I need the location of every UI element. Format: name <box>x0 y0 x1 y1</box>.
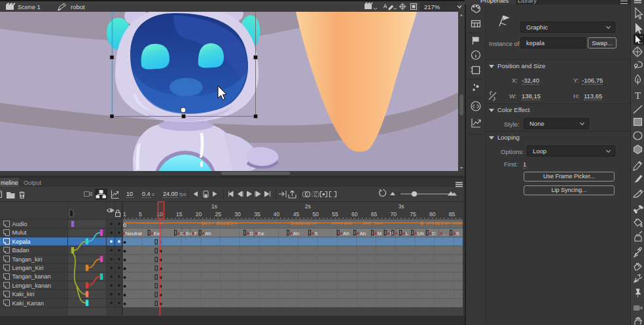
svg-text:217%: 217% <box>424 3 440 10</box>
svg-text:24.00 fps: 24.00 fps <box>163 191 187 197</box>
svg-text:L: L <box>406 231 409 237</box>
svg-text:Badan: Badan <box>12 247 29 254</box>
svg-text:Kaki_kiri: Kaki_kiri <box>12 291 35 297</box>
svg-text:40: 40 <box>274 211 280 218</box>
svg-text:0.4 s: 0.4 s <box>142 191 154 197</box>
svg-text:T: T <box>635 90 641 101</box>
svg-text:65: 65 <box>371 211 378 218</box>
svg-text:Neutral: Neutral <box>126 231 142 237</box>
svg-text:Scene 1: Scene 1 <box>18 3 41 10</box>
svg-text:10: 10 <box>126 191 133 197</box>
svg-text:5: 5 <box>139 211 142 218</box>
svg-text:3s: 3s <box>399 203 404 210</box>
svg-text:Ee: Ee <box>258 231 264 237</box>
svg-text:S: S <box>456 231 459 237</box>
svg-text:60: 60 <box>351 211 358 218</box>
svg-text:1: 1 <box>123 211 126 218</box>
svg-text:F: F <box>194 231 198 237</box>
svg-text:...: ... <box>443 231 447 236</box>
svg-text:70: 70 <box>390 211 397 218</box>
svg-text:meline: meline <box>1 180 18 186</box>
svg-text:2s: 2s <box>305 203 311 210</box>
svg-text:55: 55 <box>332 211 338 218</box>
svg-text:20: 20 <box>196 211 202 218</box>
svg-text:S: S <box>315 231 318 237</box>
svg-text:Lengan_kanan: Lengan_kanan <box>12 282 52 289</box>
svg-text:Lengan_Kiri: Lengan_Kiri <box>12 265 44 271</box>
svg-text:Audio: Audio <box>12 221 27 227</box>
svg-text:Ah: Ah <box>293 231 300 237</box>
svg-text:50: 50 <box>312 211 319 218</box>
svg-text:85: 85 <box>449 211 456 218</box>
svg-text:Ee: Ee <box>186 231 192 237</box>
svg-text:Tangan_kanan: Tangan_kanan <box>12 273 51 280</box>
svg-text:Ah: Ah <box>205 231 211 237</box>
svg-text:30: 30 <box>234 211 241 218</box>
svg-text:M: M <box>378 231 382 237</box>
svg-text:Ah: Ah <box>360 231 367 237</box>
svg-text:Ee: Ee <box>154 231 160 237</box>
svg-text:Kepala: Kepala <box>12 239 31 245</box>
svg-text:80: 80 <box>429 211 436 218</box>
svg-text:Tangan_kiri: Tangan_kiri <box>12 256 43 263</box>
svg-text:Uh: Uh <box>418 231 424 237</box>
svg-text:75: 75 <box>410 211 416 218</box>
svg-text:1s: 1s <box>211 203 217 210</box>
svg-text:15: 15 <box>176 211 183 218</box>
svg-text:D: D <box>432 231 436 237</box>
svg-text:Output: Output <box>24 180 42 186</box>
svg-text:Kaki_Kanan: Kaki_Kanan <box>12 300 45 307</box>
svg-text:Mulut: Mulut <box>12 229 27 236</box>
svg-text:robot: robot <box>71 3 85 10</box>
svg-text:25: 25 <box>215 211 222 218</box>
svg-text:45: 45 <box>293 211 300 218</box>
svg-text:D: D <box>250 231 254 237</box>
svg-text:35: 35 <box>254 211 260 218</box>
svg-text:Ah: Ah <box>343 231 349 237</box>
